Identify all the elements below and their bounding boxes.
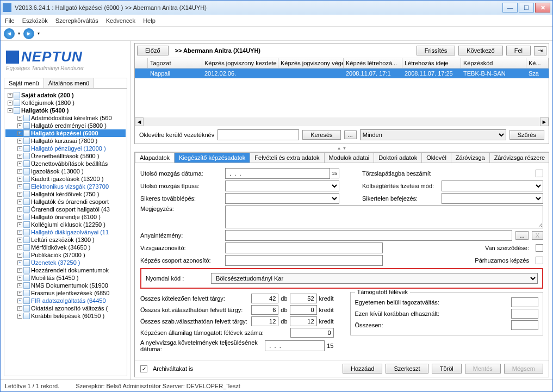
tree-item[interactable]: + Üzenetek (37250 )	[5, 259, 126, 266]
expand-icon[interactable]: +	[17, 200, 22, 204]
prev-button[interactable]: Előző	[137, 46, 169, 55]
tree-item[interactable]: + Hozzárendelt dokumentumok	[5, 266, 126, 274]
examid-input[interactable]	[225, 242, 383, 253]
tree-item[interactable]: + Oktatási azonosító változás (	[5, 304, 126, 312]
grid-header[interactable]: Képzés létrehozá...	[344, 58, 402, 69]
has-contract-checkbox[interactable]	[536, 244, 543, 252]
tree-item[interactable]: + Erasmus jelentkezések (6850	[5, 289, 126, 297]
grid-header[interactable]	[135, 58, 148, 69]
expand-icon[interactable]: +	[17, 146, 22, 151]
free-kr[interactable]	[290, 316, 317, 326]
parallel-checkbox[interactable]	[536, 257, 543, 264]
optmand-kr[interactable]	[290, 305, 317, 315]
grid-cell[interactable]: 2008.11.07. 17:1	[344, 69, 402, 78]
grid-header[interactable]: Létrehozás ideje	[402, 58, 461, 69]
tree-item[interactable]: + Kollégiumok (1800 )	[5, 99, 126, 107]
close-button[interactable]: ✕	[535, 3, 550, 13]
tree-item[interactable]: + Mérföldkövek (34650 )	[5, 244, 126, 251]
expand-icon[interactable]: +	[17, 268, 22, 273]
tab-general-menu[interactable]: Általános menü	[44, 78, 95, 88]
tree-item[interactable]: + Hallgató diákigazolványai (11	[5, 228, 126, 236]
mand-kr[interactable]	[290, 294, 317, 303]
back-button[interactable]: ◄	[4, 28, 15, 39]
grid-header[interactable]: Ké...	[526, 58, 549, 69]
expand-icon[interactable]: +	[17, 215, 22, 220]
tree-item[interactable]: + Üzenettovábbítások beállítás	[5, 160, 126, 167]
tab-own-menu[interactable]: Saját menü	[4, 78, 44, 88]
minimize-button[interactable]: —	[502, 3, 518, 13]
menu-file[interactable]: File	[5, 17, 15, 24]
optmand-db[interactable]	[251, 305, 278, 315]
torzs-checkbox[interactable]	[536, 170, 543, 177]
menu-tools[interactable]: Eszközök	[22, 17, 48, 24]
expand-icon[interactable]: +	[17, 245, 22, 250]
expand-icon[interactable]: +	[17, 169, 22, 174]
parent-browse-button[interactable]: ...	[515, 231, 528, 240]
tab[interactable]: Záróvizsga	[451, 152, 490, 163]
expand-icon[interactable]: +	[17, 222, 22, 227]
groupid-input[interactable]	[225, 255, 383, 266]
tab[interactable]: Kiegészítő képzésadatok	[174, 152, 250, 163]
expand-icon[interactable]: +	[17, 131, 22, 136]
expand-icon[interactable]: +	[17, 260, 22, 265]
grid-header[interactable]: Képzés jogviszony vége	[278, 58, 344, 69]
grid-cell[interactable]: Sza	[526, 69, 549, 78]
grid-cell[interactable]: TEBK-B-N-SAN	[461, 69, 526, 78]
tree-item[interactable]: + Hallgatói kérdőívek (750 )	[5, 190, 126, 198]
tab[interactable]: Doktori adatok	[374, 152, 422, 163]
expand-icon[interactable]: +	[17, 298, 22, 303]
expand-icon[interactable]: +	[8, 93, 13, 98]
menu-favorites[interactable]: Kedvencek	[106, 17, 135, 24]
up-button[interactable]: Fel	[506, 46, 531, 55]
forward-button[interactable]: ►	[23, 28, 34, 39]
save-button[interactable]: Mentés	[465, 364, 501, 374]
grid-cell[interactable]: 2012.02.06.	[202, 69, 278, 78]
delete-button[interactable]: Töröl	[432, 364, 462, 374]
tab[interactable]: Alapadatok	[135, 152, 175, 163]
tab[interactable]: Záróvizsga részere	[489, 152, 549, 163]
tree-item[interactable]: + Korábbi belépések (60150 )	[5, 312, 126, 320]
tab[interactable]: Felvételi és extra adatok	[250, 152, 324, 163]
tree-item[interactable]: + Hallgatók és órarendi csoport	[5, 198, 126, 206]
tree-item[interactable]: + Hallgató képzései (6000	[5, 129, 126, 137]
cancel-button[interactable]: Mégsem	[504, 364, 543, 374]
expand-icon[interactable]: –	[8, 108, 13, 113]
expand-icon[interactable]: +	[17, 230, 22, 235]
last-move-type-select[interactable]	[225, 181, 339, 191]
tree-item[interactable]: – Hallgatók (5400 )	[5, 107, 126, 114]
scroll-left-icon[interactable]: ◄	[135, 117, 144, 126]
langexam-date[interactable]	[265, 340, 325, 351]
archived-checkbox[interactable]: ✓	[140, 365, 147, 372]
pin-button[interactable]: ⇥	[534, 46, 546, 55]
tree-item[interactable]: + Hallgató pénzügyei (12000 )	[5, 145, 126, 152]
grid-cell[interactable]: 2008.11.07. 17:25	[402, 69, 461, 78]
search-dots-button[interactable]: ...	[344, 130, 357, 139]
tree-item[interactable]: + Igazolások (13000 )	[5, 167, 126, 175]
tree-item[interactable]: + Kollégiumi ciklusok (12250 )	[5, 221, 126, 228]
calendar-icon[interactable]: 15	[327, 343, 333, 349]
tree-item[interactable]: + Publikációk (37000 )	[5, 251, 126, 259]
menu-rolechange[interactable]: Szerepkörváltás	[55, 17, 98, 24]
expand-icon[interactable]: +	[17, 177, 22, 182]
maximize-button[interactable]: ☐	[519, 3, 534, 13]
splitter[interactable]: ▲ ▼	[131, 145, 552, 151]
expand-icon[interactable]: +	[17, 161, 22, 166]
fwd-success-select[interactable]	[225, 193, 339, 204]
expand-icon[interactable]: +	[8, 101, 13, 105]
free-db[interactable]	[251, 316, 278, 326]
expand-icon[interactable]: +	[17, 207, 22, 212]
printcode-select[interactable]: Bölcsészettudományi Kar	[211, 273, 538, 284]
tree-item[interactable]: + Mobilitás (51450 )	[5, 274, 126, 282]
g1[interactable]	[511, 297, 538, 307]
grid-cell[interactable]	[278, 69, 344, 78]
tree-item[interactable]: + Hallgató kurzusai (7800 )	[5, 137, 126, 145]
g3[interactable]	[511, 320, 538, 330]
grid-cell[interactable]: Nappali	[148, 69, 202, 78]
tab[interactable]: Oklevél	[421, 152, 451, 163]
filter-select[interactable]: Minden	[360, 129, 506, 140]
tree-item[interactable]: + Órarendi csoport hallgatói (43	[5, 206, 126, 213]
menu-help[interactable]: Help	[143, 17, 156, 24]
expand-icon[interactable]: +	[17, 291, 22, 296]
expand-icon[interactable]: +	[17, 192, 22, 197]
tree-item[interactable]: + Hallgató órarendje (6100 )	[5, 213, 126, 221]
